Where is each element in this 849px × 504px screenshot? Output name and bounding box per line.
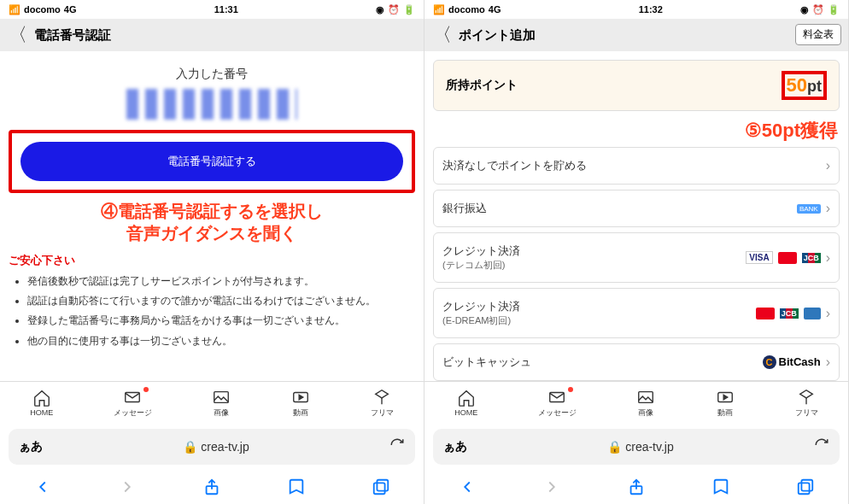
pay-row-nopay[interactable]: 決済なしでポイントを貯める› — [433, 147, 840, 185]
payment-methods-list: 決済なしでポイントを貯める› 銀行振込BANK› クレジット決済(テレコム初回)… — [433, 147, 840, 381]
status-bar: 📶 docomo 4G 11:32 ◉ ⏰ 🔋 — [424, 0, 848, 19]
clock: 11:31 — [214, 4, 238, 15]
alarm-icon: ⏰ — [812, 4, 824, 15]
input-number-label: 入力した番号 — [9, 67, 415, 82]
bookmarks-icon[interactable] — [287, 478, 306, 496]
pay-row-bitcash[interactable]: ビットキャッシュBitCash› — [433, 343, 840, 381]
amex-icon — [804, 308, 821, 319]
svg-rect-5 — [374, 483, 385, 494]
share-icon[interactable] — [627, 478, 646, 496]
tab-video[interactable]: 動画 — [716, 388, 735, 419]
svg-rect-4 — [378, 480, 389, 491]
points-value: 50 — [787, 74, 807, 96]
safety-item: 発信後数秒で認証は完了しサービスポイントが付与されます。 — [27, 273, 415, 290]
chevron-right-icon: › — [826, 306, 830, 321]
svg-rect-11 — [799, 483, 810, 494]
carrier: docomo — [24, 4, 61, 15]
mastercard-icon — [756, 308, 775, 319]
url-domain: crea-tv.jp — [625, 440, 674, 454]
nav-forward-icon — [118, 478, 137, 496]
battery-icon: 🔋 — [828, 4, 840, 15]
safety-item: 登録した電話番号に事務局から電話をかける事は一切ございません。 — [27, 313, 415, 329]
tabs-icon[interactable] — [796, 478, 815, 496]
network: 4G — [64, 4, 77, 15]
network: 4G — [489, 4, 501, 15]
pay-row-bank[interactable]: 銀行振込BANK› — [433, 190, 840, 227]
tab-image[interactable]: 画像 — [212, 388, 231, 419]
annotation-box-5: 50pt — [782, 71, 827, 100]
phone-left: 📶 docomo 4G 11:31 ◉ ⏰ 🔋 〈 電話番号認証 入力した番号 … — [0, 0, 424, 504]
alarm-icon: ⏰ — [388, 4, 400, 15]
safari-url-bar[interactable]: ぁあ 🔒crea-tv.jp — [9, 429, 415, 465]
rate-table-button[interactable]: 料金表 — [795, 24, 841, 45]
notification-dot — [143, 387, 149, 392]
points-unit: pt — [807, 78, 822, 95]
tab-home[interactable]: HOME — [454, 389, 477, 417]
clock: 11:32 — [639, 4, 663, 15]
carrier: docomo — [448, 4, 485, 15]
points-balance-row: 所持ポイント 50pt — [433, 60, 840, 111]
text-size-button[interactable]: ぁあ — [19, 439, 43, 454]
phone-number-blurred — [126, 89, 297, 120]
page-header: 〈 電話番号認証 — [0, 19, 424, 51]
nav-forward-icon — [542, 478, 561, 496]
signal-icon: 📶 — [9, 4, 20, 15]
safari-toolbar — [424, 470, 848, 504]
url-domain: crea-tv.jp — [201, 440, 249, 454]
tab-message[interactable]: メッセージ — [538, 388, 577, 419]
annotation-text-4: ④電話番号認証するを選択し 音声ガイダンスを聞く — [9, 200, 415, 244]
svg-rect-6 — [550, 392, 565, 401]
points-label: 所持ポイント — [446, 78, 518, 93]
bitcash-icon: BitCash — [763, 355, 821, 369]
bookmarks-icon[interactable] — [711, 478, 730, 496]
safari-toolbar — [0, 470, 424, 504]
back-icon[interactable]: 〈 — [433, 22, 452, 48]
back-icon[interactable]: 〈 — [9, 22, 27, 48]
bank-icon: BANK — [797, 204, 821, 214]
battery-icon: 🔋 — [403, 4, 415, 15]
notification-dot — [568, 387, 573, 392]
annotation-box-4: 電話番号認証する — [9, 130, 415, 193]
safety-heading: ご安心下さい — [9, 253, 415, 268]
phone-right: 📶 docomo 4G 11:32 ◉ ⏰ 🔋 〈 ポイント追加 料金表 所持ポ… — [424, 0, 849, 504]
safety-list: 発信後数秒で認証は完了しサービスポイントが付与されます。 認証は自動応答にて行い… — [9, 273, 415, 349]
status-bar: 📶 docomo 4G 11:31 ◉ ⏰ 🔋 — [0, 0, 424, 19]
tab-flea[interactable]: フリマ — [371, 388, 394, 419]
text-size-button[interactable]: ぁあ — [443, 439, 467, 454]
reload-icon[interactable] — [814, 437, 829, 456]
annotation-text-5: ⑤50pt獲得 — [435, 118, 838, 144]
tab-video[interactable]: 動画 — [291, 388, 310, 419]
tab-bar: HOME メッセージ 画像 動画 フリマ — [0, 381, 424, 424]
mastercard-icon — [778, 252, 797, 264]
nav-back-icon[interactable] — [33, 478, 52, 496]
pay-row-credit-telecom[interactable]: クレジット決済(テレコム初回)VISAJCB› — [433, 232, 840, 283]
tab-bar: HOME メッセージ 画像 動画 フリマ — [424, 381, 848, 424]
tab-message[interactable]: メッセージ — [114, 388, 152, 419]
tab-flea[interactable]: フリマ — [795, 388, 818, 419]
chevron-right-icon: › — [826, 158, 830, 173]
svg-rect-10 — [802, 480, 813, 491]
auth-button[interactable]: 電話番号認証する — [20, 142, 403, 181]
tab-image[interactable]: 画像 — [636, 388, 655, 419]
visa-icon: VISA — [746, 251, 772, 264]
nav-back-icon[interactable] — [458, 478, 477, 496]
jcb-icon: JCB — [802, 253, 821, 263]
svg-rect-1 — [214, 391, 229, 402]
svg-rect-7 — [639, 391, 653, 402]
tabs-icon[interactable] — [372, 478, 390, 496]
pay-row-credit-edream[interactable]: クレジット決済(E-DREAM初回)JCB› — [433, 288, 840, 338]
lock-icon: 🔒 — [607, 440, 622, 454]
chevron-right-icon: › — [826, 250, 830, 266]
chevron-right-icon: › — [826, 355, 830, 370]
indicator-icon: ◉ — [376, 4, 384, 15]
share-icon[interactable] — [202, 478, 221, 496]
tab-home[interactable]: HOME — [30, 389, 53, 417]
lock-icon: 🔒 — [183, 440, 197, 454]
chevron-right-icon: › — [826, 201, 830, 216]
reload-icon[interactable] — [389, 437, 405, 456]
safety-item: 他の目的に使用する事は一切ございません。 — [27, 333, 415, 349]
safari-url-bar[interactable]: ぁあ 🔒crea-tv.jp — [433, 429, 840, 465]
indicator-icon: ◉ — [800, 4, 809, 15]
page-title: ポイント追加 — [459, 27, 536, 44]
page-header: 〈 ポイント追加 料金表 — [424, 19, 848, 51]
